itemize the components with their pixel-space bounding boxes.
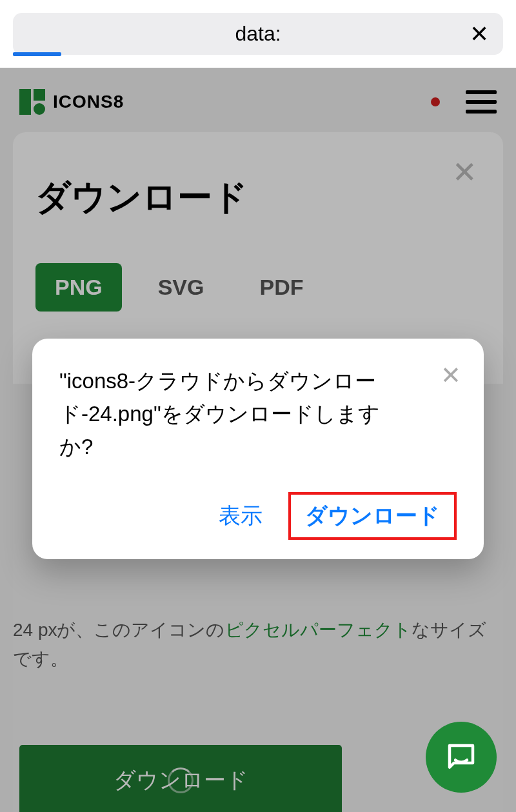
- dialog-message: "icons8-クラウドからダウンロード-24.png"をダウンロードしますか?: [59, 364, 457, 463]
- chat-fab[interactable]: [426, 722, 497, 793]
- browser-address-bar: data: ✕: [0, 0, 516, 68]
- chat-icon: [444, 740, 479, 775]
- address-url: data:: [235, 22, 281, 46]
- page-load-progress: [13, 52, 61, 56]
- dialog-actions: 表示 ダウンロード: [59, 492, 457, 540]
- confirm-download-button[interactable]: ダウンロード: [288, 492, 457, 540]
- download-confirm-dialog: ✕ "icons8-クラウドからダウンロード-24.png"をダウンロードします…: [32, 339, 484, 559]
- address-field[interactable]: data: ✕: [13, 13, 503, 55]
- view-button[interactable]: 表示: [219, 501, 263, 531]
- stop-load-icon[interactable]: ✕: [470, 23, 489, 46]
- dialog-close-icon[interactable]: ✕: [441, 361, 461, 390]
